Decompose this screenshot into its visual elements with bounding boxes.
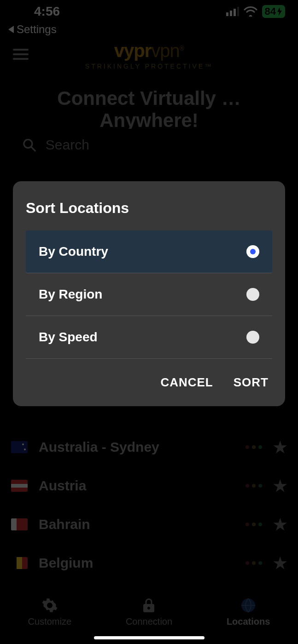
home-indicator[interactable]: [94, 636, 205, 639]
option-label: By Country: [39, 244, 108, 259]
sort-option-country[interactable]: By Country: [26, 230, 272, 273]
sort-locations-dialog: Sort Locations By Country By Region By S…: [13, 181, 285, 406]
radio-button[interactable]: [246, 245, 259, 258]
sort-button[interactable]: SORT: [234, 375, 269, 390]
option-label: By Region: [39, 287, 102, 302]
cancel-button[interactable]: CANCEL: [160, 375, 213, 390]
dialog-title: Sort Locations: [13, 200, 285, 230]
sort-option-speed[interactable]: By Speed: [26, 316, 272, 359]
radio-button[interactable]: [246, 331, 259, 344]
option-label: By Speed: [39, 330, 98, 345]
sort-option-region[interactable]: By Region: [26, 273, 272, 316]
radio-button[interactable]: [246, 288, 259, 301]
